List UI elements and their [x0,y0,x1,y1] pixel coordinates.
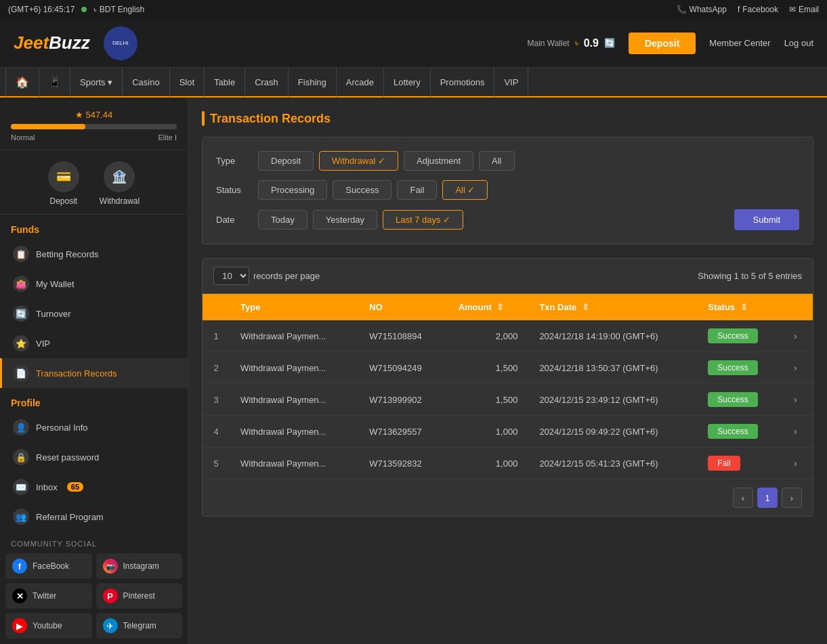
facebook-link[interactable]: f Facebook [738,5,778,14]
cell-status: Fail [697,448,783,479]
logout-link[interactable]: Log out [784,38,813,48]
date-last7-btn[interactable]: Last 7 days ✓ [383,210,463,230]
cell-txndate: 2024/12/18 14:19:00 (GMT+6) [528,320,697,352]
social-youtube[interactable]: ▶ Youtube [5,613,92,639]
status-processing-btn[interactable]: Processing [258,180,327,200]
col-type: Type [230,294,358,320]
cell-type: Withdrawal Paymen... [230,384,358,416]
cell-no: W713592832 [358,448,447,479]
sidebar-item-transaction-records[interactable]: 📄 Transaction Records [0,358,188,388]
refresh-icon[interactable]: 🔄 [604,38,615,48]
page-1-btn[interactable]: 1 [757,488,778,508]
facebook-social-icon: f [12,559,27,574]
submit-button[interactable]: Submit [734,209,799,230]
whatsapp-link[interactable]: 📞 WhatsApp [677,5,727,14]
txndate-sort-icon[interactable]: ⇕ [582,302,589,312]
nav-table[interactable]: Table [205,67,245,97]
sidebar-label-referral: Referral Program [36,512,104,522]
type-label: Type [216,156,250,166]
nav-mobile[interactable]: 📱 [39,67,70,97]
sidebar-item-betting-records[interactable]: 📋 Betting Records [0,239,188,269]
date-yesterday-btn[interactable]: Yesterday [313,210,377,230]
type-withdrawal-btn[interactable]: Withdrawal ✓ [319,151,398,171]
records-select[interactable]: 10 25 50 [213,267,249,285]
email-link[interactable]: ✉ Email [789,5,819,14]
next-page-btn[interactable]: › [782,488,802,508]
social-pinterest[interactable]: P Pinterest [96,583,183,609]
funds-title: Funds [0,215,188,239]
level-labels: Normal Elite I [11,133,177,142]
status-sort-icon[interactable]: ⇕ [740,302,748,312]
cell-type: Withdrawal Paymen... [230,320,358,352]
sidebar-item-referral[interactable]: 👥 Referral Program [0,502,188,532]
youtube-label: Youtube [33,621,62,630]
nav-crash[interactable]: Crash [245,67,289,97]
facebook-label: FaceBook [33,561,69,571]
nav-slot[interactable]: Slot [170,67,205,97]
cell-arrow[interactable]: › [783,352,813,384]
pinterest-label: Pinterest [123,591,155,601]
cell-no: W713999902 [358,384,447,416]
telegram-label: Telegram [123,621,156,630]
status-badge[interactable]: Success [708,360,757,375]
type-filter-row: Type Deposit Withdrawal ✓ Adjustment All [216,151,799,171]
col-index [203,294,230,320]
sidebar-item-vip[interactable]: ⭐ VIP [0,328,188,358]
type-all-btn[interactable]: All [479,151,514,171]
table-header-row: Type NO Amount ⇕ Txn Date ⇕ Status ⇕ [203,294,813,320]
sidebar-item-my-wallet[interactable]: 👛 My Wallet [0,269,188,299]
status-label: Status [216,185,250,195]
status-badge[interactable]: Success [708,392,757,407]
social-twitter[interactable]: ✕ Twitter [5,583,92,609]
profile-title: Profile [0,388,188,412]
prev-page-btn[interactable]: ‹ [733,488,753,508]
status-badge[interactable]: Success [708,328,757,343]
showing-text: Showing 1 to 5 of 5 entries [698,271,802,281]
cell-arrow[interactable]: › [783,448,813,479]
date-filter-row: Date Today Yesterday Last 7 days ✓ Submi… [216,209,799,230]
content-area: Transaction Records Type Deposit Withdra… [188,98,827,644]
nav-home[interactable]: 🏠 [5,67,39,97]
member-center-link[interactable]: Member Center [709,38,770,48]
nav-vip[interactable]: VIP [494,67,528,97]
cell-arrow[interactable]: › [783,416,813,448]
email-icon: ✉ [789,5,796,14]
social-telegram[interactable]: ✈ Telegram [96,613,183,639]
deposit-action[interactable]: 💳 Deposit [48,161,79,206]
pinterest-icon: P [103,588,118,603]
type-deposit-btn[interactable]: Deposit [258,151,314,171]
nav-fishing[interactable]: Fishing [289,67,337,97]
status-success-btn[interactable]: Success [333,180,391,200]
amount-sort-icon[interactable]: ⇕ [496,302,504,312]
deposit-button[interactable]: Deposit [629,33,696,54]
status-badge[interactable]: Fail [708,456,740,471]
table-row: 1 Withdrawal Paymen... W715108894 2,000 … [203,320,813,352]
reset-password-icon: 🔒 [13,449,29,465]
nav-arcade[interactable]: Arcade [337,67,384,97]
status-fail-btn[interactable]: Fail [397,180,437,200]
nav-lottery[interactable]: Lottery [384,67,431,97]
cell-index: 5 [203,448,230,479]
sidebar-item-reset-password[interactable]: 🔒 Reset password [0,442,188,472]
social-facebook[interactable]: f FaceBook [5,553,92,579]
social-instagram[interactable]: 📷 Instagram [96,553,183,579]
sidebar-item-turnover[interactable]: 🔄 Turnover [0,299,188,328]
main-layout: ★ 547.44 Normal Elite I 💳 Deposit 🏦 With… [0,98,827,644]
status-badge[interactable]: Success [708,424,757,439]
instagram-label: Instagram [123,561,159,571]
cell-status: Success [697,384,783,416]
cell-arrow[interactable]: › [783,384,813,416]
sidebar-item-inbox[interactable]: ✉️ Inbox 65 [0,472,188,502]
nav-casino[interactable]: Casino [123,67,169,97]
page-title: Transaction Records [202,111,813,126]
sidebar-label-vip: VIP [36,339,50,349]
turnover-icon: 🔄 [13,305,29,322]
date-today-btn[interactable]: Today [258,210,308,230]
withdrawal-action[interactable]: 🏦 Withdrawal [100,161,140,206]
status-all-btn[interactable]: All ✓ [442,180,488,200]
cell-arrow[interactable]: › [783,320,813,352]
nav-sports[interactable]: Sports ▾ [70,67,123,97]
nav-promotions[interactable]: Promotions [431,67,495,97]
type-adjustment-btn[interactable]: Adjustment [404,151,473,171]
sidebar-item-personal-info[interactable]: 👤 Personal Info [0,412,188,442]
